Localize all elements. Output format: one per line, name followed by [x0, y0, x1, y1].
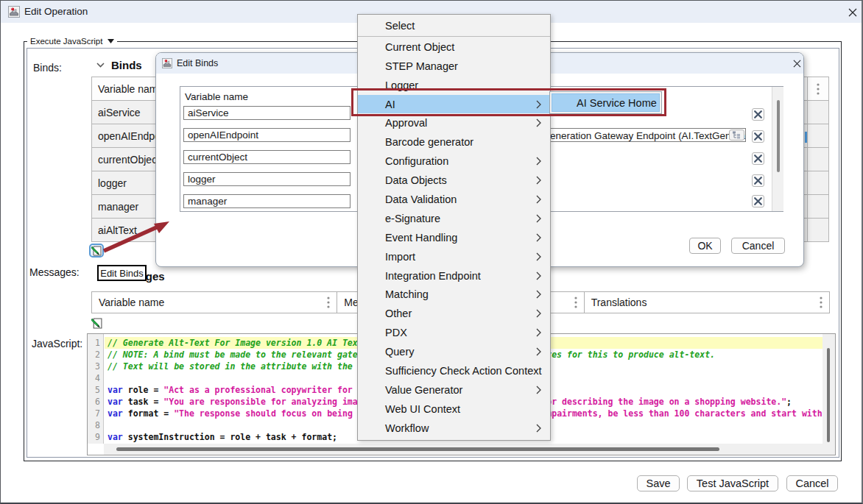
- variable-name-input-3[interactable]: currentObject: [183, 150, 351, 164]
- dialog-cancel-button[interactable]: Cancel: [731, 238, 785, 254]
- edit-pencil-icon: [91, 318, 102, 329]
- bind-list-scrollbar[interactable]: [772, 87, 783, 211]
- bind-type-context-menu: Select Current Object STEP Manager Logge…: [357, 14, 551, 441]
- edit-binds-tooltip: Edit Binds: [97, 265, 147, 281]
- kebab-icon[interactable]: [820, 297, 823, 308]
- test-javascript-button[interactable]: Test JavaScript: [687, 475, 778, 491]
- menu-item-integration-endpoint[interactable]: Integration Endpoint: [358, 266, 550, 285]
- save-button[interactable]: Save: [637, 475, 680, 491]
- menu-item-pdx[interactable]: PDX: [358, 323, 550, 342]
- line-numbers: 1 2 3 4 5 6 7 8 9: [88, 334, 103, 443]
- close-icon[interactable]: [845, 5, 860, 19]
- binds-heading-text: Binds: [111, 59, 142, 71]
- menu-item-value-generator[interactable]: Value Generator: [358, 380, 550, 400]
- messages-label: Messages:: [29, 266, 80, 278]
- horizontal-scrollbar-thumb[interactable]: [116, 447, 719, 451]
- ok-button[interactable]: OK: [689, 238, 721, 254]
- menu-item-barcode-generator[interactable]: Barcode generator: [358, 132, 550, 152]
- line-number-gutter: 1 2 3 4 5 6 7 8 9: [88, 334, 104, 444]
- edit-operation-window: Edit Operation Execute JavaScript Binds:…: [0, 0, 863, 504]
- submenu-arrow-icon: [536, 118, 541, 127]
- messages-col-translations[interactable]: Translations: [585, 292, 829, 313]
- submenu-arrow-icon: [536, 233, 541, 242]
- submenu-arrow-icon: [536, 309, 541, 318]
- menu-item-current-object[interactable]: Current Object: [358, 38, 550, 57]
- kebab-icon[interactable]: [574, 297, 577, 308]
- binds-section-heading[interactable]: Binds: [96, 59, 142, 71]
- submenu-arrow-icon: [536, 347, 541, 356]
- menu-item-step-manager[interactable]: STEP Manager: [358, 57, 550, 76]
- menu-item-configuration[interactable]: Configuration: [358, 152, 550, 171]
- submenu-arrow-icon: [536, 195, 541, 204]
- messages-col-variable-name[interactable]: Variable name: [92, 292, 337, 313]
- variable-name-input-2[interactable]: openAIEndpoint: [183, 128, 351, 142]
- submenu-arrow-icon: [536, 252, 541, 261]
- submenu-arrow-icon: [536, 214, 541, 223]
- menu-item-data-objects[interactable]: Data Objects: [358, 171, 550, 190]
- submenu-arrow-icon: [536, 271, 541, 280]
- menu-item-e-signature[interactable]: e-Signature: [358, 209, 550, 228]
- javascript-label: JavaScript:: [32, 338, 82, 349]
- bind-list-scrollbar-thumb[interactable]: [777, 100, 780, 172]
- groupbox-label-text: Execute JavaScript: [30, 37, 102, 46]
- binds-col-actions[interactable]: [808, 77, 829, 101]
- variable-name-input-4[interactable]: logger: [183, 172, 351, 186]
- kebab-icon[interactable]: [327, 297, 330, 308]
- menu-item-data-validation[interactable]: Data Validation: [358, 190, 550, 209]
- code-line-9: var systemInstruction = role + task + fo…: [108, 432, 337, 442]
- variable-name-input-1[interactable]: aiService: [183, 106, 351, 120]
- bind-list-header: Variable name: [185, 91, 248, 102]
- submenu-arrow-icon: [536, 386, 541, 394]
- submenu-arrow-icon: [536, 328, 541, 337]
- dialog-close-icon[interactable]: [791, 57, 803, 70]
- annotation-red-box: [351, 88, 666, 116]
- bind-to-input[interactable]: Text Generation Gateway Endpoint (AI.Tex…: [521, 128, 746, 142]
- delete-bind-icon-2[interactable]: [752, 130, 764, 143]
- delete-bind-icon-3[interactable]: [752, 152, 764, 165]
- menu-item-web-ui-context[interactable]: Web UI Context: [358, 400, 550, 419]
- edit-messages-button[interactable]: [90, 316, 103, 330]
- app-icon: [162, 58, 172, 68]
- delete-bind-icon-5[interactable]: [752, 195, 764, 207]
- submenu-arrow-icon: [536, 157, 541, 166]
- menu-separator: [358, 36, 550, 37]
- menu-item-import[interactable]: Import: [358, 247, 550, 266]
- menu-item-workflow[interactable]: Workflow: [358, 419, 550, 438]
- delete-bind-icon-4[interactable]: [752, 174, 764, 187]
- menu-item-sufficiency-check-action-context[interactable]: Sufficiency Check Action Context: [358, 361, 550, 380]
- menu-item-select[interactable]: Select: [358, 16, 550, 35]
- bind-to-value: Text Generation Gateway Endpoint (AI.Tex…: [521, 130, 746, 141]
- annotation-arrow: [101, 217, 175, 255]
- chevron-down-icon: [96, 63, 105, 68]
- vertical-scrollbar-thumb[interactable]: [827, 348, 830, 442]
- cancel-button[interactable]: Cancel: [786, 475, 838, 491]
- submenu-arrow-icon: [536, 290, 541, 299]
- menu-item-approval[interactable]: Approval: [358, 113, 550, 132]
- horizontal-scrollbar[interactable]: [104, 444, 823, 455]
- window-title: Edit Operation: [24, 6, 88, 17]
- menu-item-event-handling[interactable]: Event Handling: [358, 228, 550, 247]
- delete-bind-icon-1[interactable]: [752, 108, 764, 121]
- groupbox-label[interactable]: Execute JavaScript: [27, 36, 117, 46]
- binds-label: Binds:: [33, 62, 62, 74]
- browse-hierarchy-icon[interactable]: [729, 129, 744, 141]
- app-icon: [8, 6, 20, 18]
- vertical-scrollbar[interactable]: [823, 334, 835, 455]
- menu-item-other[interactable]: Other: [358, 304, 550, 323]
- menu-item-matching[interactable]: Matching: [358, 285, 550, 304]
- menu-item-query[interactable]: Query: [358, 342, 550, 361]
- dialog-title: Edit Binds: [177, 58, 218, 68]
- edit-pencil-icon: [91, 246, 102, 256]
- kebab-icon: [817, 83, 820, 95]
- submenu-arrow-icon: [536, 176, 541, 185]
- submenu-arrow-icon: [536, 424, 541, 433]
- variable-name-input-5[interactable]: manager: [183, 194, 351, 208]
- selected-row-sliver: [805, 132, 807, 143]
- dropdown-triangle-icon: [108, 39, 114, 43]
